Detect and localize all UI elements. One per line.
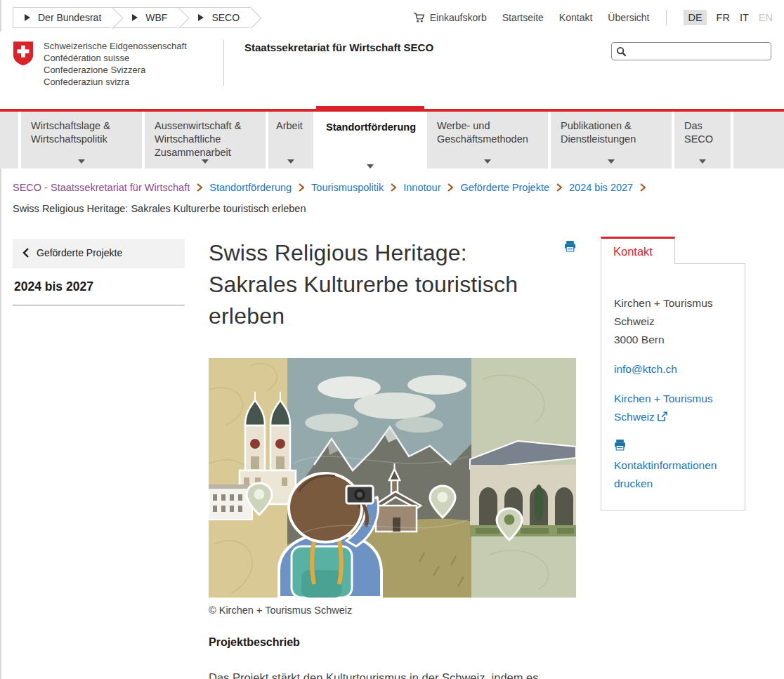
home-link[interactable]: Startseite [502,12,544,23]
contact-tab[interactable]: Kontakt [601,237,675,264]
portal-tab-label: WBF [145,12,167,23]
cart-icon [413,12,425,23]
wordmark-line: Confederazione Svizzera [44,64,187,76]
left-sidebar: Geförderte Projekte 2024 bis 2027 [13,239,185,305]
nav-item-aussenwirtschaft[interactable]: Aussenwirtschaft & Wirtschaftliche Zusam… [145,112,266,169]
nav-label: Aussenwirtschaft & Wirtschaftliche Zusam… [155,120,241,158]
site-header: Schweizerische Eidgenossenschaft Confédé… [0,32,784,109]
chevron-right-icon [391,183,396,192]
divider [666,10,667,25]
meta-bar: Der Bundesrat WBF SECO Einkaufskorb Star… [13,7,773,28]
breadcrumb-current-page: Swiss Religious Heritage: Sakrales Kultu… [13,203,306,214]
org-title: Staatssekretariat für Wirtschaft SECO [244,41,433,53]
nav-item-wirtschaftslage[interactable]: Wirtschaftslage & Wirtschaftspolitik [21,112,142,169]
wordmark-line: Schweizerische Eidgenossenschaft [44,40,187,52]
chevron-down-icon [699,159,706,164]
chevron-right-icon [556,183,562,192]
article: Swiss Religious Heritage: Sakrales Kultu… [209,232,576,679]
confederation-wordmark: Schweizerische Eidgenossenschaft Confédé… [44,40,187,88]
printer-icon [614,438,732,456]
play-triangle-icon [132,14,138,21]
chevron-right-icon [447,183,453,192]
portal-tabs: Der Bundesrat WBF SECO [13,7,251,28]
chevron-right-icon [299,183,304,192]
nav-item-das-seco[interactable]: Das SECO [674,112,731,169]
lang-de[interactable]: DE [684,10,706,25]
search-box [611,42,771,60]
chevron-down-icon [287,159,294,164]
hero-image-collage [209,358,576,598]
back-link-gefoerderte-projekte[interactable]: Geförderte Projekte [13,239,185,268]
sidebar-section-title: 2024 bis 2027 [13,279,185,294]
cart-link[interactable]: Einkaufskorb [413,12,487,23]
divider [223,40,224,86]
portal-tab-seco[interactable]: SECO [178,7,251,28]
chevron-down-icon [202,159,209,164]
nav-label: Das SECO [684,120,713,145]
nav-label: Publikationen & Dienstleistungen [561,120,636,145]
play-triangle-icon [25,14,30,21]
section-heading: Projektbeschrieb [209,636,300,649]
nav-label: Wirtschaftslage & Wirtschaftspolitik [31,120,110,145]
chevron-down-icon [608,159,615,164]
breadcrumb-link-tourismuspolitik[interactable]: Tourismuspolitik [311,182,384,193]
breadcrumb: SECO - Staatssekretariat für Wirtschaft … [13,182,646,193]
page-title-line: Swiss Religious Heritage: [209,237,567,269]
page-title-line: Sakrales Kulturerbe touristisch [209,269,567,301]
breadcrumb-link-standortfoerderung[interactable]: Standortförderung [209,182,292,193]
search-input[interactable] [630,44,771,58]
overview-link[interactable]: Übersicht [608,12,649,23]
breadcrumb-link-gefoerderte-projekte[interactable]: Geförderte Projekte [460,182,549,193]
contact-print-block[interactable]: Kontaktinformationen drucken [614,438,732,493]
chevron-down-icon [484,159,491,164]
play-triangle-icon [198,14,204,21]
chevron-right-icon [640,183,646,192]
swiss-shield-icon [13,41,34,66]
contact-print-link: Kontaktinformationen drucken [614,456,732,493]
contact-address-line: 3000 Bern [614,331,732,349]
chevron-right-icon [197,183,202,192]
lang-it[interactable]: IT [740,12,749,23]
search-icon [616,46,627,57]
breadcrumb-link-seco[interactable]: SECO - Staatssekretariat für Wirtschaft [13,182,190,193]
nav-item-publikationen[interactable]: Publikationen & Dienstleistungen [551,112,672,169]
meta-links: Einkaufskorb Startseite Kontakt Übersich… [413,10,773,25]
portal-tab-label: Der Bundesrat [38,12,101,23]
portal-tab-bundesrat[interactable]: Der Bundesrat [13,7,112,28]
external-link-icon [658,409,667,427]
contact-tab-label: Kontakt [613,245,653,258]
portal-tab-label: SECO [211,12,240,23]
breadcrumb-link-innotour[interactable]: Innotour [403,182,440,193]
lang-fr[interactable]: FR [717,12,730,23]
article-body-text: Das Projekt stärkt den Kulturtourismus i… [209,668,576,679]
wordmark-line: Confederaziun svizra [44,76,187,88]
wordmark-line: Confédération suisse [44,52,187,64]
page-title: Swiss Religious Heritage: Sakrales Kultu… [209,237,567,332]
contact-email-link[interactable]: info@ktch.ch [614,360,732,378]
lang-en: EN [759,12,773,23]
nav-item-arbeit[interactable]: Arbeit [268,112,313,169]
chevron-down-icon [367,164,374,169]
contact-box: Kirchen + Tourismus Schweiz 3000 Bern in… [601,263,745,510]
chevron-left-icon [22,248,29,258]
cart-label: Einkaufskorb [430,12,487,23]
back-link-label: Geförderte Projekte [37,247,122,258]
chevron-down-icon [78,159,85,164]
nav-item-werbemethoden[interactable]: Werbe- und Geschäftsmethoden [427,112,548,169]
image-caption: © Kirchen + Tourismus Schweiz [209,605,352,616]
nav-label: Standortförderung [326,121,416,133]
nav-filler [733,112,784,169]
nav-item-standortfoerderung[interactable]: Standortförderung [316,112,424,173]
page-title-line: erleben [209,301,567,332]
nav-label: Werbe- und Geschäftsmethoden [437,120,528,145]
collage-illustration [209,358,576,598]
contact-website-link[interactable]: Kirchen + Tourismus Schweiz [614,390,732,427]
contact-link[interactable]: Kontakt [559,12,592,23]
contact-address-line: Kirchen + Tourismus Schweiz [614,294,732,331]
swiss-crest-logo[interactable] [13,41,34,69]
contact-address: Kirchen + Tourismus Schweiz 3000 Bern [614,294,732,349]
nav-filler [0,112,18,169]
nav-label: Arbeit [276,120,303,131]
divider [13,305,185,305]
breadcrumb-link-2024-bis-2027[interactable]: 2024 bis 2027 [569,182,633,193]
